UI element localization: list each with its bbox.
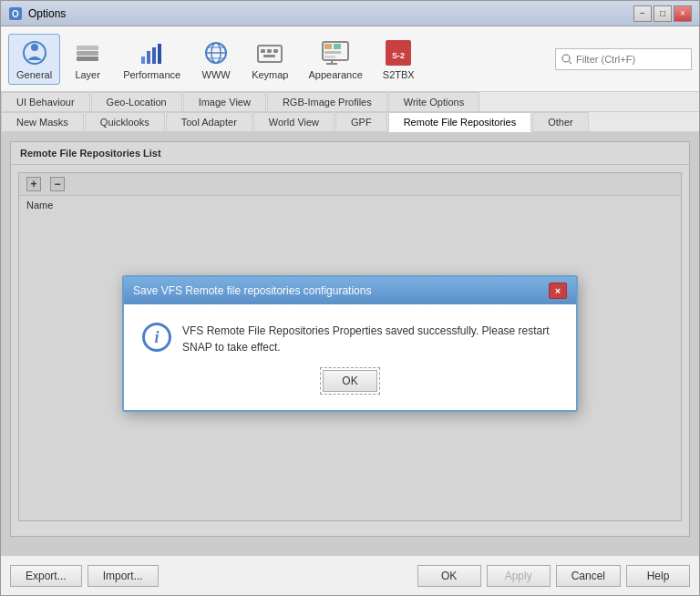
svg-rect-25: [324, 56, 335, 58]
toolbar-item-www[interactable]: WWW: [192, 34, 240, 85]
svg-rect-7: [141, 57, 145, 64]
toolbar-label-appearance: Appearance: [308, 69, 362, 80]
svg-text:S-2: S-2: [392, 51, 405, 60]
svg-rect-17: [261, 49, 265, 53]
svg-rect-22: [324, 44, 332, 49]
tab-new-masks[interactable]: New Masks: [1, 112, 84, 131]
search-box[interactable]: [555, 48, 692, 70]
search-input[interactable]: [576, 54, 685, 65]
toolbar-label-www: WWW: [202, 69, 231, 80]
close-button[interactable]: ×: [674, 5, 692, 22]
import-button[interactable]: Import...: [88, 565, 159, 587]
minimize-button[interactable]: −: [633, 5, 652, 22]
tab-quicklooks[interactable]: Quicklooks: [85, 112, 165, 131]
search-icon: [561, 54, 572, 65]
svg-text:O: O: [12, 9, 19, 19]
svg-rect-20: [263, 55, 275, 57]
tab-ui-behaviour[interactable]: UI Behaviour: [1, 92, 90, 111]
svg-rect-10: [158, 44, 161, 64]
apply-button[interactable]: Apply: [487, 565, 551, 587]
tab-world-view[interactable]: World View: [253, 112, 335, 131]
svg-point-30: [562, 55, 570, 62]
export-button[interactable]: Export...: [10, 565, 82, 587]
tab-gpf[interactable]: GPF: [335, 112, 387, 131]
svg-rect-16: [258, 46, 282, 62]
tab-remote-file-repositories[interactable]: Remote File Repositories: [388, 112, 532, 132]
tab-image-view[interactable]: Image View: [183, 92, 266, 111]
toolbar-label-general: General: [16, 69, 52, 80]
svg-rect-6: [77, 57, 98, 61]
modal-close-button[interactable]: ×: [549, 283, 567, 299]
modal-overlay: Save VFS Remote file repositories config…: [1, 132, 699, 555]
title-bar: O Options − □ ×: [1, 1, 699, 26]
svg-rect-19: [273, 49, 278, 53]
modal-message: VFS Remote File Repositories Properties …: [182, 323, 558, 355]
modal-dialog: Save VFS Remote file repositories config…: [122, 275, 578, 412]
general-icon: [20, 38, 49, 67]
toolbar-item-general[interactable]: General: [8, 34, 60, 85]
toolbar-label-layer: Layer: [75, 69, 100, 80]
tab-tool-adapter[interactable]: Tool Adapter: [166, 112, 252, 131]
help-button[interactable]: Help: [626, 565, 690, 587]
title-bar-controls: − □ ×: [633, 5, 692, 22]
main-window: O Options − □ × General: [0, 0, 700, 596]
tab-geo-location[interactable]: Geo-Location: [91, 92, 182, 111]
svg-rect-23: [334, 44, 341, 49]
tabs-row2: New Masks Quicklooks Tool Adapter World …: [1, 112, 699, 132]
toolbar-label-s2tbx: S2TBX: [383, 69, 415, 80]
svg-rect-5: [77, 51, 98, 56]
modal-message-row: i VFS Remote File Repositories Propertie…: [142, 323, 558, 355]
modal-title: Save VFS Remote file repositories config…: [133, 284, 371, 297]
svg-rect-18: [267, 49, 272, 53]
www-icon: [201, 38, 231, 67]
bottom-left: Export... Import...: [10, 565, 159, 587]
tabs-row1: UI Behaviour Geo-Location Image View RGB…: [1, 92, 699, 112]
svg-rect-9: [152, 47, 156, 64]
tab-write-options[interactable]: Write Options: [388, 92, 479, 111]
toolbar-label-keymap: Keymap: [252, 69, 288, 80]
toolbar-item-keymap[interactable]: Keymap: [243, 34, 296, 85]
title-bar-left: O Options: [8, 6, 66, 21]
info-icon: i: [142, 323, 171, 352]
content-area: Remote File Repositories List + − Name S…: [1, 132, 699, 555]
ok-button[interactable]: OK: [417, 565, 481, 587]
svg-line-31: [570, 61, 572, 64]
toolbar-item-performance[interactable]: Performance: [115, 34, 189, 85]
bottom-bar: Export... Import... OK Apply Cancel Help: [1, 555, 699, 595]
modal-body: i VFS Remote File Repositories Propertie…: [124, 304, 576, 410]
toolbar-item-s2tbx[interactable]: S-2 S2TBX: [375, 34, 423, 85]
svg-rect-4: [77, 46, 98, 50]
modal-ok-button[interactable]: OK: [323, 370, 376, 392]
toolbar-item-layer[interactable]: Layer: [64, 34, 111, 85]
bottom-right: OK Apply Cancel Help: [417, 565, 690, 587]
svg-rect-24: [324, 51, 341, 54]
performance-icon: [138, 38, 167, 67]
maximize-button[interactable]: □: [654, 5, 672, 22]
svg-point-3: [31, 44, 38, 51]
keymap-icon: [255, 38, 284, 67]
layer-icon: [73, 38, 102, 67]
window-title: Options: [28, 7, 66, 20]
s2tbx-icon: S-2: [384, 38, 413, 67]
toolbar: General Layer: [1, 26, 699, 92]
svg-rect-8: [147, 51, 150, 64]
appearance-icon: [321, 38, 350, 67]
modal-title-bar: Save VFS Remote file repositories config…: [124, 277, 576, 304]
toolbar-item-appearance[interactable]: Appearance: [300, 34, 370, 85]
toolbar-icons: General Layer: [8, 34, 423, 85]
tab-other[interactable]: Other: [532, 112, 589, 131]
app-icon: O: [8, 6, 23, 21]
toolbar-label-performance: Performance: [123, 69, 180, 80]
tab-rgb-image-profiles[interactable]: RGB-Image Profiles: [267, 92, 387, 111]
cancel-button[interactable]: Cancel: [556, 565, 621, 587]
